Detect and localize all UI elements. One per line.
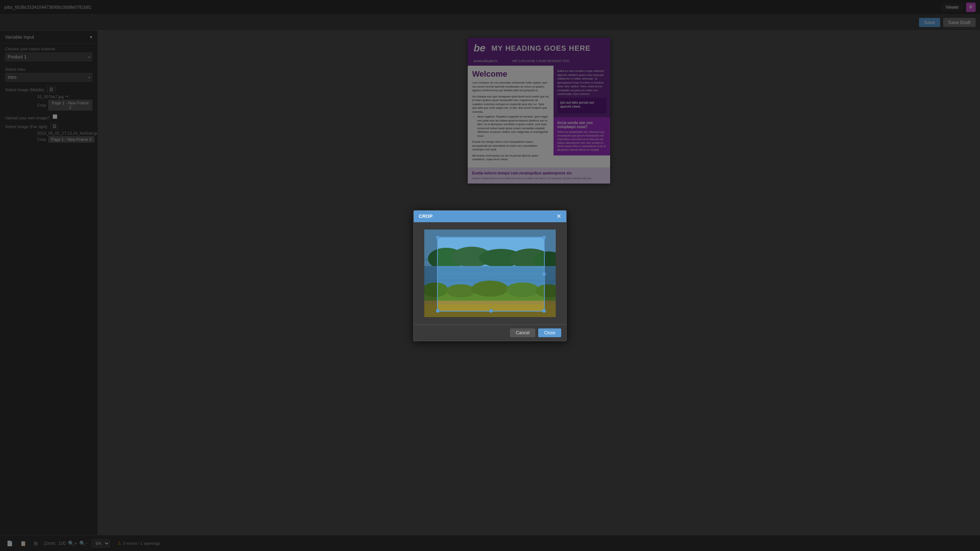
- crop-handle-mr[interactable]: [542, 272, 546, 276]
- svg-point-13: [446, 284, 476, 297]
- crop-handle-bl[interactable]: [436, 309, 440, 313]
- crop-handle-bm[interactable]: [489, 309, 493, 313]
- crop-modal-overlay: CROP ✕: [0, 0, 980, 551]
- crop-close-modal-button[interactable]: Close: [538, 329, 561, 337]
- crop-modal-title: CROP: [419, 213, 433, 219]
- crop-image-container: [424, 230, 556, 317]
- crop-modal-header: CROP ✕: [414, 211, 566, 222]
- crop-modal: CROP ✕: [413, 210, 567, 341]
- svg-point-15: [506, 283, 539, 297]
- svg-rect-9: [424, 273, 556, 274]
- crop-handle-br[interactable]: [542, 309, 546, 313]
- crop-cancel-button[interactable]: Cancel: [510, 329, 535, 337]
- crop-handle-tr[interactable]: [542, 236, 546, 239]
- crop-image-preview: [424, 230, 556, 317]
- svg-point-14: [472, 281, 508, 297]
- crop-modal-footer: Cancel Close: [414, 324, 566, 341]
- crop-image-svg: [424, 230, 556, 317]
- crop-header-close-button[interactable]: ✕: [557, 213, 561, 219]
- crop-modal-body: [414, 222, 566, 324]
- crop-handle-tl[interactable]: [436, 236, 440, 239]
- svg-rect-8: [424, 267, 556, 267]
